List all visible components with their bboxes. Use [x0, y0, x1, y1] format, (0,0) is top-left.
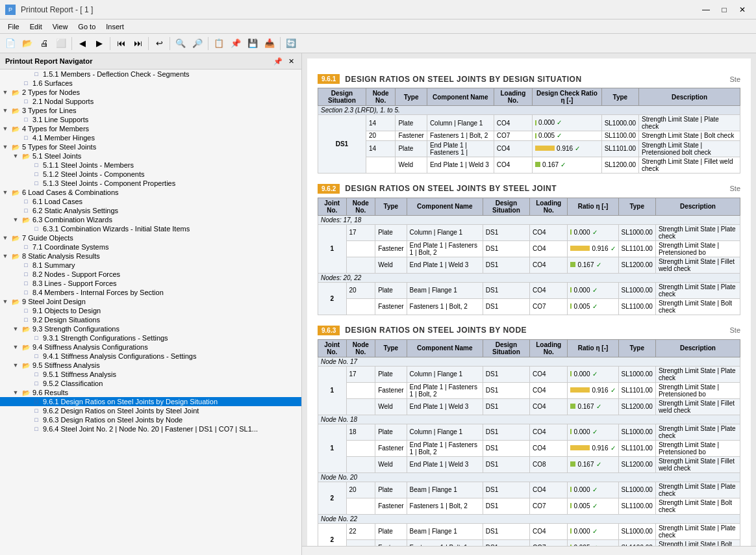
toolbar-new[interactable]: 📄 [3, 36, 18, 51]
tree-item-8_3[interactable]: □8.3 Lines - Support Forces [0, 279, 301, 288]
tree-item-8_2[interactable]: □8.2 Nodes - Support Forces [0, 270, 301, 279]
menu-goto[interactable]: Go to [73, 21, 101, 32]
doc-icon: □ [31, 71, 42, 77]
doc-icon: □ [31, 417, 42, 423]
tree-item-7_1[interactable]: □7.1 Coordinate Systems [0, 242, 301, 252]
content-area[interactable]: 9.6.1 DESIGN RATIOS ON STEEL JOINTS BY D… [302, 53, 756, 546]
maximize-button[interactable]: □ [716, 3, 733, 16]
tree-item-9_2[interactable]: □9.2 Design Situations [0, 315, 301, 324]
tree-item-3_1[interactable]: □3.1 Line Supports [0, 115, 301, 124]
tree-item-label: 4 Types for Members [22, 125, 89, 133]
toolbar-last[interactable]: ⏭ [130, 36, 145, 51]
cell-node: 14 [366, 115, 396, 131]
tree-item-6_3[interactable]: ▼📂6.3 Combination Wizards [0, 215, 301, 224]
panel-pin-button[interactable]: 📌 [273, 56, 283, 66]
tree-expand-icon[interactable]: ▼ [10, 216, 21, 223]
tree-expand-icon[interactable]: ▼ [0, 144, 10, 150]
tree-expand-icon[interactable]: ▼ [10, 362, 21, 368]
col-node-no: Node No. [366, 88, 396, 106]
cell-ratio: 0.000✓ [568, 523, 618, 539]
tree-item-9_6[interactable]: ▼📂9.6 Results [0, 388, 301, 397]
menu-edit[interactable]: Edit [25, 21, 47, 32]
menu-file[interactable]: File [3, 21, 25, 32]
tree-item-1_6[interactable]: □1.6 Surfaces [0, 79, 301, 88]
tree-expand-icon[interactable]: ▼ [0, 107, 10, 114]
tree-item-label: 9.5.1 Stiffness Analysis [43, 370, 116, 378]
tree-expand-icon[interactable]: ▼ [0, 89, 10, 96]
tree-item-2_1[interactable]: □2.1 Nodal Supports [0, 97, 301, 106]
tree-container[interactable]: □1.5.1 Members - Deflection Check - Segm… [0, 70, 301, 555]
tree-expand-icon[interactable]: ▼ [10, 326, 21, 332]
tree-expand-icon[interactable]: ▼ [0, 189, 10, 196]
cell-desc: Strength Limit State | Bolt check [655, 498, 740, 514]
tree-item-7[interactable]: ▼📂7 Guide Objects [0, 233, 301, 242]
cell-loading: CO4 [529, 523, 568, 539]
horizontal-scrollbar[interactable] [302, 546, 756, 555]
tree-item-3[interactable]: ▼📂3 Types for Lines [0, 106, 301, 115]
tree-item-9_3_1[interactable]: □9.3.1 Strength Configurations - Setting… [0, 333, 301, 342]
menu-insert[interactable]: Insert [101, 21, 129, 32]
tree-item-8[interactable]: ▼📂8 Static Analysis Results [0, 252, 301, 261]
tree-item-9_6_2[interactable]: □9.6.2 Design Ratios on Steel Joints by … [0, 406, 301, 415]
tree-item-5_1[interactable]: ▼📂5.1 Steel Joints [0, 151, 301, 161]
cell-node: 17 [346, 224, 375, 240]
tree-expand-icon[interactable]: ▼ [10, 153, 21, 159]
tree-item-8_4[interactable]: □8.4 Members - Internal Forces by Sectio… [0, 288, 301, 297]
tree-expand-icon[interactable]: ▼ [0, 235, 10, 241]
tree-item-label: 8.2 Nodes - Support Forces [32, 270, 120, 278]
toolbar-refresh[interactable]: 🔄 [283, 36, 299, 51]
tree-item-9_5[interactable]: ▼📂9.5 Stiffness Analysis [0, 361, 301, 370]
tree-item-1_5_1[interactable]: □1.5.1 Members - Deflection Check - Segm… [0, 70, 301, 79]
toolbar-export[interactable]: 💾 [245, 36, 260, 51]
folder-icon: 📂 [10, 253, 21, 260]
tree-item-9_5_1[interactable]: □9.5.1 Stiffness Analysis [0, 370, 301, 379]
cell-node [346, 257, 375, 273]
tree-item-5_1_2[interactable]: □5.1.2 Steel Joints - Components [0, 170, 301, 179]
tree-item-4_1[interactable]: □4.1 Member Hinges [0, 133, 301, 142]
tree-item-9_6_1[interactable]: □9.6.1 Design Ratios on Steel Joints by … [0, 397, 301, 406]
tree-item-4[interactable]: ▼📂4 Types for Members [0, 124, 301, 133]
toolbar-first[interactable]: ⏮ [113, 36, 129, 51]
tree-item-6_2[interactable]: □6.2 Static Analysis Settings [0, 206, 301, 215]
tree-expand-icon[interactable]: ▼ [10, 389, 21, 396]
tree-item-5[interactable]: ▼📂5 Types for Steel Joints [0, 142, 301, 151]
toolbar-prev[interactable]: ◀ [75, 36, 90, 51]
tree-expand-icon[interactable]: ▼ [0, 253, 10, 259]
toolbar-zoom-in[interactable]: 🔍 [173, 36, 188, 51]
toolbar-navigate[interactable]: ↩ [151, 36, 167, 51]
tree-item-9_1[interactable]: □9.1 Objects to Design [0, 306, 301, 315]
tree-expand-icon[interactable]: ▼ [0, 125, 10, 132]
tree-item-8_1[interactable]: □8.1 Summary [0, 261, 301, 270]
menu-view[interactable]: View [47, 21, 73, 32]
toolbar-next[interactable]: ▶ [92, 36, 107, 51]
toolbar-paste[interactable]: 📌 [228, 36, 244, 51]
tree-item-6[interactable]: ▼📂6 Load Cases & Combinations [0, 188, 301, 197]
toolbar-printpreview[interactable]: ⬜ [53, 36, 69, 51]
cell-check-type: SL1100.00 [618, 539, 655, 546]
cell-loading: CO4 [494, 157, 532, 173]
panel-close-button[interactable]: ✕ [286, 56, 296, 66]
tree-item-9_5_2[interactable]: □9.5.2 Classification [0, 379, 301, 388]
tree-item-9_4_1[interactable]: □9.4.1 Stiffness Analysis Configurations… [0, 352, 301, 361]
toolbar-zoom-out[interactable]: 🔎 [190, 36, 205, 51]
tree-item-9_6_3[interactable]: □9.6.3 Design Ratios on Steel Joints by … [0, 415, 301, 424]
close-button[interactable]: ✕ [734, 3, 751, 16]
tree-expand-icon[interactable]: ▼ [0, 298, 10, 305]
tree-item-9_4[interactable]: ▼📂9.4 Stiffness Analysis Configurations [0, 342, 301, 352]
minimize-button[interactable]: — [698, 3, 714, 16]
tree-item-9[interactable]: ▼📂9 Steel Joint Design [0, 297, 301, 306]
tree-item-5_1_3[interactable]: □5.1.3 Steel Joints - Component Properti… [0, 179, 301, 188]
toolbar-print[interactable]: 🖨 [36, 36, 52, 51]
tree-item-6_1[interactable]: □6.1 Load Cases [0, 197, 301, 206]
tree-item-2[interactable]: ▼📂2 Types for Nodes [0, 88, 301, 97]
tree-expand-icon[interactable]: ▼ [10, 344, 21, 350]
tree-item-9_3[interactable]: ▼📂9.3 Strength Configurations [0, 324, 301, 333]
toolbar-import[interactable]: 📥 [262, 36, 277, 51]
cell-desc: Strength Limit State | Bolt check [639, 131, 740, 141]
toolbar-copy[interactable]: 📋 [211, 36, 227, 51]
tree-item-5_1_1[interactable]: □5.1.1 Steel Joints - Members [0, 161, 301, 170]
tree-item-6_3_1[interactable]: □6.3.1 Combination Wizards - Initial Sta… [0, 224, 301, 233]
tree-item-9_6_4[interactable]: □9.6.4 Steel Joint No. 2 | Node No. 20 |… [0, 424, 301, 433]
node-group-row: Node No. 20 [318, 472, 740, 482]
toolbar-open[interactable]: 📂 [19, 36, 35, 51]
